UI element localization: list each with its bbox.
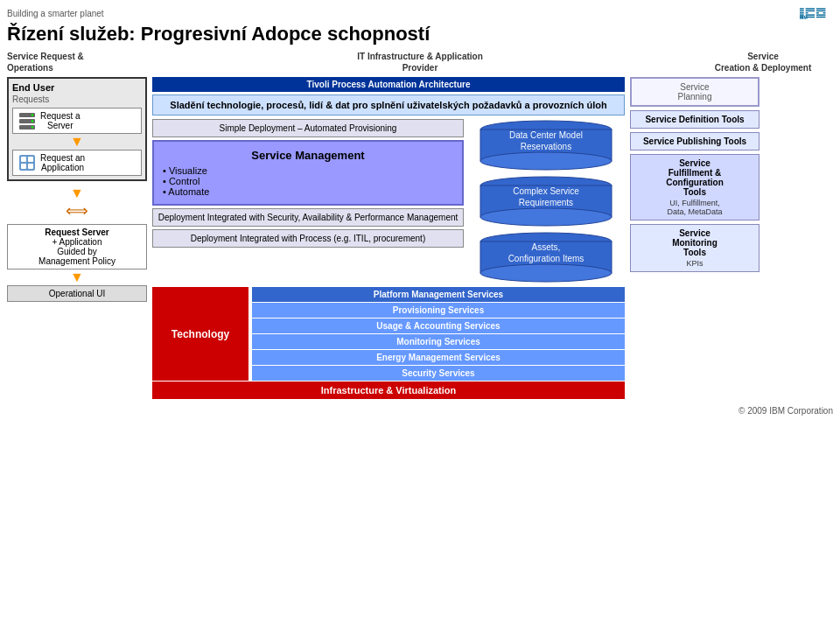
svg-rect-11 (816, 10, 825, 11)
bullet-visualize: Visualize (163, 165, 453, 176)
column-headers: Service Request & Operations IT Infrastr… (7, 51, 833, 74)
service-fulfillment-tools-box: ServiceFulfillment &ConfigurationTools U… (630, 154, 760, 220)
tivoli-header: Tivoli Process Automation Architecture (152, 77, 625, 92)
svg-point-30 (480, 152, 612, 170)
svg-rect-13 (823, 12, 826, 13)
svg-text:IBM: IBM (800, 16, 808, 20)
page: Building a smarter planet IBM Řízení slu… (0, 0, 840, 623)
col-header-right: Service Creation & Deployment (693, 51, 833, 74)
ibm-logo-icon: IBM (800, 5, 833, 21)
service-row-provisioning: Provisioning Services (252, 303, 625, 318)
svg-point-22 (32, 126, 33, 128)
svg-point-33 (480, 208, 612, 226)
assets-label: Assets, Configuration Items (467, 242, 625, 264)
footer-text: © 2009 IBM Corporation (7, 406, 833, 416)
service-row-platform: Platform Management Services (252, 287, 625, 302)
service-management-box: Service Management Visualize Control Aut… (152, 140, 464, 206)
svg-point-36 (480, 264, 612, 282)
svg-rect-27 (28, 164, 33, 169)
service-monitoring-tools-box: ServiceMonitoringTools KPIs (630, 224, 760, 272)
service-fulfillment-tools-title: ServiceFulfillment &ConfigurationTools (635, 158, 754, 197)
page-title: Řízení služeb: Progresivní Adopce schopn… (7, 23, 833, 46)
request-application-label: Request anApplication (40, 153, 85, 172)
service-mgmt-bullets: Visualize Control Automate (163, 165, 453, 197)
svg-rect-5 (806, 8, 815, 9)
svg-rect-14 (816, 14, 825, 15)
right-data-col: Data Center Model Reservations Complex S… (467, 119, 625, 284)
infra-bar: Infrastructure & Virtualization (152, 382, 625, 399)
complex-service-label: Complex Service Requirements (467, 186, 625, 208)
main-layout: End User Requests Request aServer ▼ (7, 77, 833, 399)
simple-deploy-box: Simple Deployment – Automated Provisioni… (152, 119, 464, 137)
svg-rect-7 (806, 12, 808, 13)
svg-rect-24 (21, 157, 26, 162)
service-definition-tools-box: Service Definition Tools (630, 110, 760, 129)
arrow-down-2: ▼ (7, 186, 147, 200)
data-center-model-label: Data Center Model Reservations (467, 130, 625, 152)
request-server-sub2: Guided by (12, 247, 142, 256)
svg-rect-6 (806, 10, 815, 11)
center-column: Tivoli Process Automation Architecture S… (152, 77, 625, 399)
integrated-process-box: Deployment Integrated with Process (e.g.… (152, 229, 464, 248)
data-center-model-container: Data Center Model Reservations (467, 119, 625, 172)
svg-rect-1 (800, 10, 804, 11)
service-row-energy: Energy Management Services (252, 350, 625, 365)
bullet-automate: Automate (163, 186, 453, 197)
sladeni-box: Sladění technologie, procesů, lidí & dat… (152, 94, 625, 116)
col-header-center: IT Infrastructure & Application Provider (188, 51, 652, 74)
service-planning-header: ServicePlanning (635, 82, 754, 102)
request-server-box: Request Server + Application Guided by M… (7, 224, 147, 270)
technology-label: Technology (152, 287, 248, 381)
left-column: End User Requests Request aServer ▼ (7, 77, 147, 302)
svg-rect-0 (800, 8, 804, 9)
service-monitoring-tools-title: ServiceMonitoringTools (635, 228, 754, 257)
request-server-item: Request aServer (12, 108, 142, 134)
assets-container: Assets, Configuration Items (467, 231, 625, 284)
service-planning-box: ServicePlanning (630, 77, 760, 107)
service-publishing-tools-label: Service Publishing Tools (643, 136, 746, 146)
service-row-monitoring: Monitoring Services (252, 334, 625, 349)
svg-rect-15 (816, 17, 825, 18)
svg-point-21 (32, 120, 33, 122)
integrated-security-box: Deployment Integrated with Security, Ava… (152, 208, 464, 227)
service-row-usage: Usage & Accounting Services (252, 318, 625, 333)
arrow-down-1: ▼ (12, 135, 142, 149)
end-user-title: End User (12, 82, 142, 93)
service-fulfillment-tools-sub: UI, Fulfillment,Data, MetaData (635, 199, 754, 216)
operational-ui-label: Operational UI (49, 289, 105, 298)
operational-ui-box: Operational UI (7, 285, 147, 302)
request-server-title: Request Server (12, 228, 142, 237)
complex-service-container: Complex Service Requirements (467, 175, 625, 228)
sladeni-text: Sladění technologie, procesů, lidí & dat… (170, 100, 606, 110)
arrow-down-3: ▼ (7, 270, 147, 284)
service-row-security: Security Services (252, 366, 625, 381)
server-icon (18, 111, 37, 130)
end-user-subtitle: Requests (12, 94, 142, 104)
tech-services: Technology Platform Management Services … (152, 287, 625, 381)
service-publishing-tools-box: Service Publishing Tools (630, 132, 760, 150)
request-application-item: Request anApplication (12, 150, 142, 176)
deployment-column: Simple Deployment – Automated Provisioni… (152, 119, 464, 284)
bullet-control: Control (163, 176, 453, 186)
request-server-sub3: Management Policy (12, 256, 142, 266)
svg-rect-25 (28, 157, 33, 162)
service-monitoring-tools-sub: KPIs (635, 259, 754, 268)
svg-rect-26 (21, 164, 26, 169)
service-definition-tools-label: Service Definition Tools (645, 115, 744, 124)
right-column: ServicePlanning Service Definition Tools… (630, 77, 760, 272)
svg-rect-10 (816, 8, 825, 9)
col-header-left: Service Request & Operations (7, 51, 147, 74)
center-main: Simple Deployment – Automated Provisioni… (152, 119, 625, 284)
services-list: Platform Management Services Provisionin… (252, 287, 625, 381)
svg-rect-2 (800, 12, 804, 13)
building-text: Building a smarter planet (7, 9, 104, 18)
request-server-sub1: + Application (12, 237, 142, 247)
app-icon (18, 153, 37, 172)
svg-point-20 (32, 114, 33, 116)
top-bar: Building a smarter planet IBM (7, 5, 833, 21)
request-server-label: Request aServer (40, 111, 80, 130)
service-mgmt-title: Service Management (163, 149, 453, 162)
end-user-box: End User Requests Request aServer ▼ (7, 77, 147, 181)
svg-rect-12 (816, 12, 819, 13)
